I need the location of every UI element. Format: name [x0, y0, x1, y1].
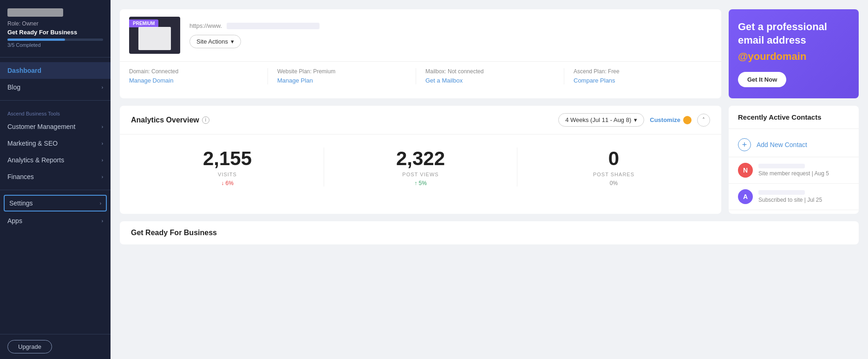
role-label: Role: Owner — [7, 20, 103, 27]
site-stat-mailbox: Mailbox: Not connected Get a Mailbox — [425, 68, 564, 84]
analytics-controls: 4 Weeks (Jul 11 - Aug 8) ▾ Customize ˄ — [558, 113, 710, 127]
analytics-info-icon[interactable]: i — [202, 116, 209, 124]
promo-card: Get a professional email address @yourdo… — [729, 9, 859, 98]
sidebar-item-blog[interactable]: Blog › — [0, 79, 111, 96]
site-card-bottom: Domain: Connected Manage Domain Website … — [120, 62, 721, 91]
contact-activity-a: Subscribed to site | Jul 25 — [758, 197, 849, 203]
settings-divider — [0, 190, 111, 190]
bottom-title: Get Ready For Business — [131, 229, 848, 237]
contacts-title: Recently Active Contacts — [738, 113, 849, 121]
marketing-chevron-icon: › — [102, 141, 103, 146]
finances-chevron-icon: › — [102, 174, 103, 180]
contact-name-blur-n — [758, 164, 805, 168]
site-stat-domain: Domain: Connected Manage Domain — [129, 68, 268, 84]
site-thumbnail: PREMIUM — [129, 17, 180, 54]
site-stat-plan: Website Plan: Premium Manage Plan — [277, 68, 416, 84]
progress-label: 3/5 Completed — [7, 42, 103, 48]
site-url-row: https://www. — [189, 22, 712, 29]
get-ready-label: Get Ready For Business — [7, 29, 103, 36]
manage-domain-link[interactable]: Manage Domain — [129, 77, 173, 84]
analytics-card: Analytics Overview i 4 Weeks (Jul 11 - A… — [120, 106, 721, 214]
ascend-divider — [0, 100, 111, 101]
sidebar-item-apps[interactable]: Apps › — [0, 212, 111, 229]
post-views-change: ↑ 5% — [333, 180, 508, 186]
main-content: PREMIUM https://www. Site Actions ▾ — [111, 0, 868, 359]
contact-avatar-a: A — [738, 189, 753, 204]
progress-bar-wrap — [7, 38, 103, 41]
sidebar-item-customer-management[interactable]: Customer Management › — [0, 118, 111, 135]
stat-post-shares: 0 POST SHARES 0% — [517, 147, 710, 186]
get-mailbox-link[interactable]: Get a Mailbox — [425, 77, 463, 84]
premium-badge: PREMIUM — [129, 19, 158, 27]
sidebar-item-analytics-reports[interactable]: Analytics & Reports › — [0, 152, 111, 168]
site-info: https://www. Site Actions ▾ — [189, 22, 712, 48]
promo-title: Get a professional email address — [738, 20, 849, 47]
top-row: PREMIUM https://www. Site Actions ▾ — [120, 9, 859, 98]
site-card: PREMIUM https://www. Site Actions ▾ — [120, 9, 721, 98]
analytics-header: Analytics Overview i 4 Weeks (Jul 11 - A… — [120, 106, 721, 135]
visits-change: ↓ 6% — [140, 180, 314, 186]
collapse-button[interactable]: ˄ — [697, 114, 710, 127]
compare-plans-link[interactable]: Compare Plans — [574, 77, 615, 84]
apps-chevron-icon: › — [102, 218, 103, 224]
customize-dot — [683, 116, 692, 124]
settings-chevron-icon: › — [100, 201, 101, 206]
sidebar-nav: Dashboard Blog › Ascend Business Tools C… — [0, 62, 111, 334]
analytics-chevron-icon: › — [102, 158, 103, 163]
site-url-blur — [227, 23, 320, 29]
sidebar-item-marketing-seo[interactable]: Marketing & SEO › — [0, 135, 111, 152]
contact-info-a: Subscribed to site | Jul 25 — [758, 190, 849, 203]
promo-card-content: Get a professional email address @yourdo… — [738, 20, 849, 72]
contact-name-blur-a — [758, 190, 805, 195]
site-card-top: PREMIUM https://www. Site Actions ▾ — [120, 9, 721, 62]
thumbnail-inner — [138, 27, 171, 50]
upgrade-button[interactable]: Upgrade — [7, 340, 52, 353]
sidebar: Role: Owner Get Ready For Business 3/5 C… — [0, 0, 111, 359]
sidebar-header: Role: Owner Get Ready For Business 3/5 C… — [0, 0, 111, 52]
add-contact-row[interactable]: + Add New Contact — [729, 133, 859, 157]
sidebar-item-settings[interactable]: Settings › — [4, 195, 107, 212]
stat-visits: 2,155 VISITS ↓ 6% — [131, 147, 324, 186]
sidebar-item-finances[interactable]: Finances › — [0, 168, 111, 185]
blog-chevron-icon: › — [102, 85, 103, 90]
contact-row-n[interactable]: N Site member request | Aug 5 — [729, 157, 859, 184]
date-range-chevron-icon: ▾ — [634, 116, 637, 123]
stat-post-views: 2,322 POST VIEWS ↑ 5% — [324, 147, 517, 186]
middle-row: Analytics Overview i 4 Weeks (Jul 11 - A… — [120, 106, 859, 214]
contacts-header: Recently Active Contacts — [729, 106, 859, 129]
promo-cta-button[interactable]: Get It Now — [738, 72, 786, 87]
analytics-title: Analytics Overview i — [131, 116, 209, 124]
contact-row-a[interactable]: A Subscribed to site | Jul 25 — [729, 184, 859, 210]
contact-avatar-n: N — [738, 163, 753, 178]
progress-bar-fill — [7, 38, 65, 41]
contact-activity-n: Site member request | Aug 5 — [758, 170, 849, 177]
add-contact-label: Add New Contact — [757, 141, 807, 148]
sidebar-item-dashboard[interactable]: Dashboard — [0, 62, 111, 79]
customize-button[interactable]: Customize — [650, 116, 692, 124]
add-contact-icon: + — [738, 138, 751, 151]
post-shares-change: 0% — [527, 180, 701, 186]
contacts-body: + Add New Contact N Site member request … — [729, 129, 859, 214]
site-actions-button[interactable]: Site Actions ▾ — [189, 35, 241, 48]
contact-info-n: Site member request | Aug 5 — [758, 164, 849, 177]
site-url-text: https://www. — [189, 22, 222, 29]
customer-mgmt-chevron-icon: › — [102, 124, 103, 129]
analytics-stats: 2,155 VISITS ↓ 6% 2,322 POST VIEWS ↑ 5% … — [120, 135, 721, 199]
ascend-section-label: Ascend Business Tools — [0, 105, 111, 118]
contacts-card: Recently Active Contacts + Add New Conta… — [729, 106, 859, 214]
sidebar-footer: Upgrade — [0, 334, 111, 359]
manage-plan-link[interactable]: Manage Plan — [277, 77, 313, 84]
site-actions-chevron-icon: ▾ — [231, 38, 234, 45]
sidebar-divider — [0, 57, 111, 58]
site-stat-ascend: Ascend Plan: Free Compare Plans — [574, 68, 712, 84]
site-logo — [7, 8, 63, 17]
bottom-row: Get Ready For Business — [120, 221, 859, 244]
date-range-button[interactable]: 4 Weeks (Jul 11 - Aug 8) ▾ — [558, 113, 644, 127]
promo-domain: @yourdomain — [738, 51, 849, 63]
collapse-icon: ˄ — [702, 117, 705, 123]
